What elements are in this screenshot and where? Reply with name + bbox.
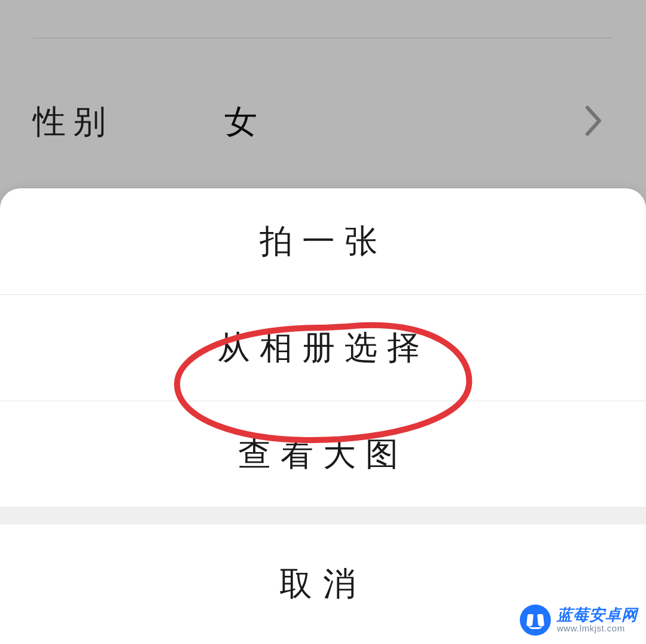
option-choose-from-album-label: 从相册选择 xyxy=(217,326,429,370)
watermark: 蓝莓安卓网 www.lmkjst.com xyxy=(520,605,638,636)
modal-scrim[interactable] xyxy=(0,0,646,214)
option-take-photo-label: 拍一张 xyxy=(260,219,387,264)
option-take-photo[interactable]: 拍一张 xyxy=(0,188,646,295)
cancel-button-label: 取消 xyxy=(279,562,367,606)
watermark-logo-icon xyxy=(520,605,551,636)
option-choose-from-album[interactable]: 从相册选择 xyxy=(0,295,646,401)
watermark-title: 蓝莓安卓网 xyxy=(557,607,638,623)
watermark-url: www.lmkjst.com xyxy=(557,624,638,633)
action-sheet: 拍一张 从相册选择 查看大图 取消 xyxy=(0,188,646,644)
option-view-large[interactable]: 查看大图 xyxy=(0,401,646,508)
sheet-separator xyxy=(0,508,646,524)
option-view-large-label: 查看大图 xyxy=(238,432,408,477)
